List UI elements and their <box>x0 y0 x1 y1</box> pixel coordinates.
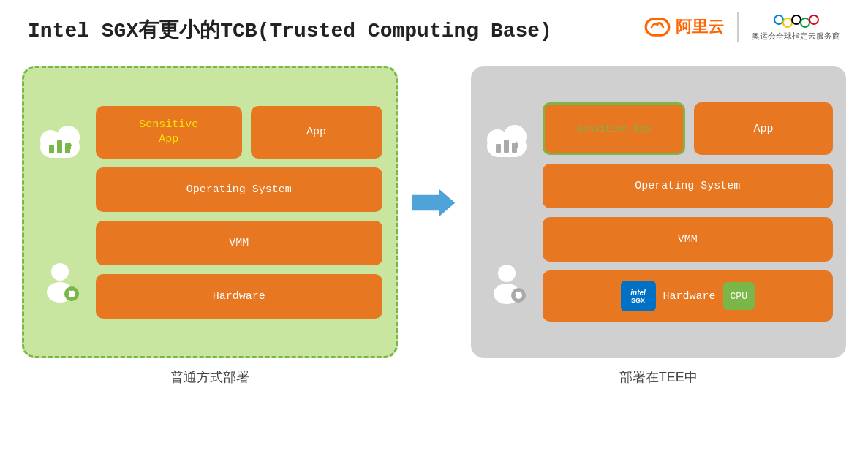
svg-rect-31 <box>523 294 526 297</box>
svg-marker-16 <box>412 189 455 217</box>
left-stack: SensitiveApp App Operating System VMM Ha… <box>96 83 382 341</box>
right-caption: 部署在TEE中 <box>619 368 698 386</box>
right-os-label: Operating System <box>635 180 740 192</box>
left-vmm-box: VMM <box>96 221 382 265</box>
panels-wrapper: SensitiveApp App Operating System VMM Ha… <box>22 66 846 460</box>
svg-rect-29 <box>517 300 520 303</box>
svg-point-27 <box>515 292 522 299</box>
svg-rect-21 <box>504 140 509 153</box>
aliyun-text: 阿里云 <box>676 16 724 38</box>
left-hw-label: Hardware <box>213 290 265 303</box>
left-app-box: App <box>251 106 382 159</box>
svg-rect-4 <box>49 145 54 153</box>
right-os-box: Operating System <box>543 164 834 208</box>
svg-rect-28 <box>517 289 520 292</box>
left-vmm-label: VMM <box>229 237 249 249</box>
right-panel: Sensitive App App Operating System VMM <box>471 66 847 358</box>
logo-divider <box>737 12 739 42</box>
svg-rect-14 <box>66 292 69 295</box>
svg-point-8 <box>51 263 69 281</box>
intel-sgx-badge: intel SGX <box>621 281 656 311</box>
left-sensitive-app-box: SensitiveApp <box>96 106 242 159</box>
svg-rect-0 <box>646 18 669 34</box>
left-app-label: App <box>306 126 326 138</box>
right-hw-box: intel SGX Hardware CPU <box>543 270 834 322</box>
sgx-text: SGX <box>631 297 645 304</box>
svg-point-24 <box>498 265 516 282</box>
svg-rect-30 <box>513 294 516 297</box>
person-admin-icon <box>38 260 82 304</box>
cpu-label: CPU <box>731 291 747 302</box>
svg-rect-15 <box>76 292 79 295</box>
cpu-badge: CPU <box>723 282 755 310</box>
left-caption: 普通方式部署 <box>170 368 249 386</box>
right-icons-col <box>481 80 532 343</box>
left-top-row: SensitiveApp App <box>96 106 382 159</box>
ring-red <box>809 15 819 25</box>
right-stack: Sensitive App App Operating System VMM <box>543 80 834 343</box>
right-app-label: App <box>754 123 774 135</box>
left-panel: SensitiveApp App Operating System VMM Ha… <box>22 66 398 358</box>
left-sensitive-app-label: SensitiveApp <box>139 118 198 146</box>
left-hw-box: Hardware <box>96 274 382 319</box>
intel-text: intel <box>630 289 646 297</box>
cloud-icon <box>34 120 86 164</box>
right-hw-label: Hardware <box>663 290 716 303</box>
aliyun-logo: 阿里云 <box>644 13 724 41</box>
right-sensitive-app-box: Sensitive App <box>543 102 686 155</box>
svg-rect-5 <box>57 140 62 153</box>
aliyun-subtitle: 奥运会全球指定云服务商 <box>752 31 840 42</box>
left-section: SensitiveApp App Operating System VMM Ha… <box>22 66 398 386</box>
right-section: Sensitive App App Operating System VMM <box>471 66 847 386</box>
right-app-box: App <box>694 102 833 155</box>
svg-point-11 <box>68 290 75 297</box>
right-sensitive-app-label: Sensitive App <box>577 124 651 134</box>
right-arrow-icon <box>412 183 456 223</box>
left-icons-col <box>34 83 86 341</box>
left-os-label: Operating System <box>186 183 292 196</box>
aliyun-brand-icon <box>644 13 671 41</box>
svg-rect-13 <box>70 298 73 301</box>
svg-rect-12 <box>70 288 73 291</box>
left-os-box: Operating System <box>96 167 382 212</box>
olympics-rings <box>774 12 819 28</box>
right-cloud-icon <box>481 119 532 163</box>
right-vmm-box: VMM <box>543 217 834 262</box>
svg-rect-20 <box>496 144 501 153</box>
right-top-row: Sensitive App App <box>543 102 834 155</box>
arrow-container <box>412 183 456 223</box>
logo-area: 阿里云 奥运会全球指定云服务商 <box>644 12 840 42</box>
right-vmm-label: VMM <box>678 233 698 246</box>
right-person-admin-icon <box>485 262 529 305</box>
page-title: Intel SGX有更小的TCB(Trusted Computing Base) <box>28 16 552 44</box>
